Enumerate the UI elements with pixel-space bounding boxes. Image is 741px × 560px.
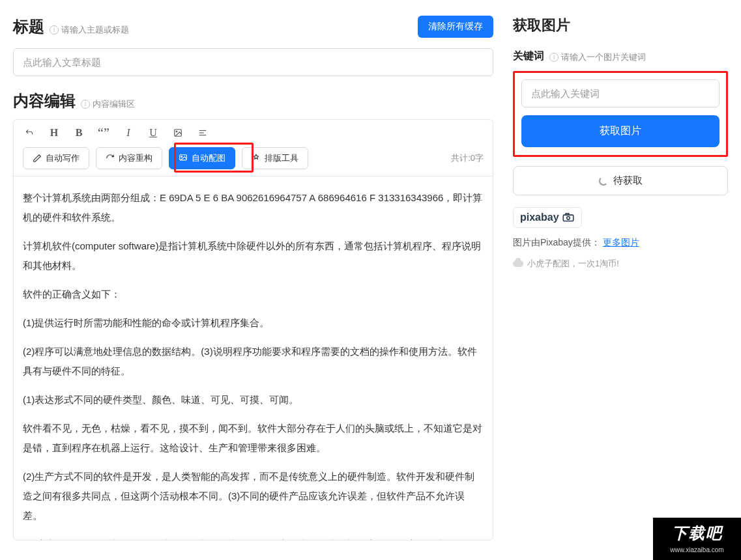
keyword-hint: i 请输入一个图片关键词 <box>549 51 646 63</box>
title-input[interactable] <box>13 48 493 76</box>
align-left-icon[interactable] <box>196 126 209 139</box>
spinner-icon <box>599 176 608 186</box>
paragraph: (1)提供运行时所需功能和性能的命令或计算机程序集合。 <box>23 313 484 333</box>
info-icon: i <box>50 25 59 35</box>
watermark: 下载吧 www.xiazaiba.com <box>653 518 741 560</box>
content-restructure-button[interactable]: 内容重构 <box>96 147 162 169</box>
editor-toolbar: H B “” I U 自动写作 <box>13 119 493 176</box>
paragraph: (1)表达形式不同的硬件类型、颜色、味道、可见、可摸、可闻。 <box>23 390 484 410</box>
content-hint: i 内容编辑区 <box>81 98 135 110</box>
layout-tool-button[interactable]: 排版工具 <box>242 147 308 169</box>
keyword-label: 关键词 <box>513 49 544 63</box>
paragraph: 整个计算机系统由两部分组成：E 69DA 5 E 6 BA 9062616964… <box>23 188 484 227</box>
undo-icon[interactable] <box>23 126 36 139</box>
underline-icon[interactable]: U <box>147 126 160 139</box>
char-count: 共计:0字 <box>451 152 484 164</box>
pending-fetch-button[interactable]: 待获取 <box>513 166 728 195</box>
more-images-link[interactable]: 更多图片 <box>603 237 639 247</box>
clear-cache-button[interactable]: 清除所有缓存 <box>418 16 493 38</box>
paragraph: 计算机软件(computer software)是指计算机系统中除硬件以外的所有… <box>23 236 484 275</box>
italic-icon[interactable]: I <box>122 126 135 139</box>
quote-icon[interactable]: “” <box>97 126 110 139</box>
cloud-icon <box>513 260 523 267</box>
bold-icon[interactable]: B <box>72 126 85 139</box>
svg-point-8 <box>566 216 570 219</box>
svg-point-1 <box>176 131 177 132</box>
paragraph: (2)程序可以满意地处理信息的数据结构。(3)说明程序功能要求和程序需要的文档的… <box>23 342 484 381</box>
info-icon: i <box>81 100 90 109</box>
auto-write-button[interactable]: 自动写作 <box>23 147 89 169</box>
editor-body[interactable]: 整个计算机系统由两部分组成：E 69DA 5 E 6 BA 9062616964… <box>13 176 493 540</box>
paragraph: (4)维护不同的硬件是旧的，理论上软件是旧的，并不坏，但实际上软件也是旧的和坏的… <box>23 535 484 540</box>
paragraph: 软件的正确含义如下： <box>23 285 484 304</box>
title-label: 标题 <box>13 16 44 37</box>
paragraph: 软件看不见，无色，枯燥，看不见，摸不到，闻不到。软件大部分存在于人们的头脑或纸上… <box>23 419 484 458</box>
image-credit: 图片由Pixabay提供： 更多图片 <box>513 237 728 249</box>
svg-point-6 <box>181 156 182 158</box>
keyword-highlight-panel: 获取图片 <box>513 71 728 157</box>
content-label: 内容编辑 <box>13 91 76 111</box>
auto-image-button[interactable]: 自动配图 <box>169 147 235 169</box>
image-icon[interactable] <box>171 126 184 139</box>
title-hint: i 请输入主题或标题 <box>50 24 129 36</box>
camera-icon <box>562 213 575 222</box>
info-icon: i <box>549 53 559 62</box>
right-column: 获取图片 关键词 i 请输入一个图片关键词 获取图片 待获取 pixabay 图… <box>513 16 728 540</box>
heading-icon[interactable]: H <box>48 126 61 139</box>
svg-rect-9 <box>566 214 569 215</box>
paragraph: (2)生产方式不同的软件是开发，是人类智能的高发挥，而不是传统意义上的硬件制造。… <box>23 467 484 525</box>
watermark-url: www.xiazaiba.com <box>653 545 741 555</box>
fetch-image-button[interactable]: 获取图片 <box>521 115 719 147</box>
svg-rect-7 <box>563 215 574 221</box>
watermark-logo: 下载吧 <box>672 523 723 544</box>
keyword-input[interactable] <box>521 79 719 107</box>
title-header: 标题 i 请输入主题或标题 清除所有缓存 <box>13 16 493 38</box>
pricing-note: 小虎子配图，一次1淘币! <box>513 258 728 270</box>
fetch-image-title: 获取图片 <box>513 16 728 35</box>
pixabay-badge: pixabay <box>513 207 582 228</box>
left-column: 标题 i 请输入主题或标题 清除所有缓存 内容编辑 i 内容编辑区 <box>13 16 493 540</box>
